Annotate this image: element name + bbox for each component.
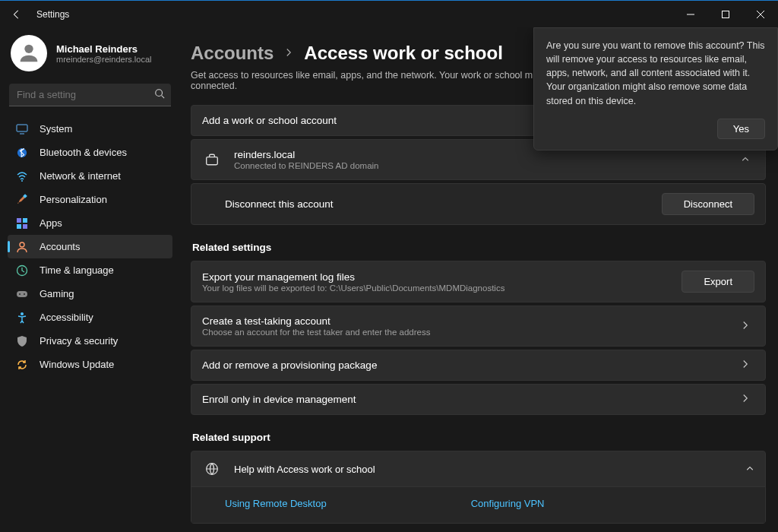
nav-label: Accounts	[40, 241, 80, 252]
accessibility-icon	[15, 311, 29, 325]
nav-label: Bluetooth & devices	[40, 147, 127, 158]
svg-rect-16	[17, 291, 27, 297]
profile-name: Michael Reinders	[56, 43, 152, 55]
search-input[interactable]	[9, 84, 171, 106]
apps-icon	[15, 217, 29, 230]
nav-label: Network & internet	[40, 170, 121, 182]
shield-icon	[15, 334, 29, 348]
chevron-up-icon	[745, 464, 754, 475]
nav-list: System Bluetooth & devices Network & int…	[8, 117, 172, 376]
related-support-heading: Related support	[192, 432, 766, 443]
update-icon	[15, 358, 29, 372]
close-button[interactable]	[743, 2, 778, 27]
nav-label: System	[40, 123, 72, 135]
disconnect-row: Disconnect this account Disconnect	[191, 183, 766, 225]
svg-point-2	[24, 45, 33, 53]
svg-rect-12	[17, 224, 21, 229]
svg-rect-11	[23, 218, 27, 223]
main-content: Accounts Access work or school Get acces…	[179, 27, 778, 532]
nav-apps[interactable]: Apps	[8, 211, 172, 235]
help-header[interactable]: Help with Access work or school	[191, 451, 765, 486]
provisioning-panel[interactable]: Add or remove a provisioning package	[191, 350, 766, 381]
nav-label: Personalization	[40, 194, 107, 205]
nav-label: Windows Update	[40, 359, 114, 370]
nav-accessibility[interactable]: Accessibility	[8, 306, 172, 329]
wifi-icon	[15, 169, 29, 183]
profile-block[interactable]: Michael Reinders mreinders@reinders.loca…	[8, 33, 172, 84]
chevron-right-icon	[741, 359, 754, 371]
test-account-sub: Choose an account for the test taker and…	[202, 328, 741, 337]
export-title: Export your management log files	[202, 271, 682, 283]
nav-privacy[interactable]: Privacy & security	[8, 329, 172, 353]
brush-icon	[15, 193, 29, 207]
svg-rect-1	[723, 11, 729, 17]
flyout-text: Are you sure you want to remove this acc…	[546, 39, 765, 108]
globe-icon	[202, 462, 222, 476]
avatar	[11, 35, 47, 71]
test-account-panel[interactable]: Create a test-taking account Choose an a…	[191, 306, 766, 347]
svg-point-8	[21, 180, 23, 182]
help-link-vpn[interactable]: Configuring VPN	[471, 498, 545, 509]
nav-accounts[interactable]: Accounts	[8, 235, 172, 258]
svg-rect-20	[207, 157, 218, 165]
chevron-up-icon	[741, 154, 754, 166]
chevron-right-icon	[741, 321, 754, 332]
test-account-title: Create a test-taking account	[202, 315, 741, 327]
enroll-title: Enroll only in device management	[202, 394, 741, 405]
nav-system[interactable]: System	[8, 117, 172, 141]
nav-gaming[interactable]: Gaming	[8, 282, 172, 306]
svg-rect-10	[17, 218, 21, 223]
system-icon	[15, 122, 29, 136]
nav-update[interactable]: Windows Update	[8, 353, 172, 376]
svg-point-18	[24, 293, 25, 295]
nav-time[interactable]: Time & language	[8, 258, 172, 282]
window-title: Settings	[36, 9, 69, 20]
svg-line-4	[162, 96, 165, 99]
svg-point-14	[20, 242, 24, 247]
svg-rect-13	[23, 224, 27, 229]
disconnect-button[interactable]: Disconnect	[662, 193, 754, 215]
disconnect-label: Disconnect this account	[225, 198, 662, 210]
titlebar: Settings	[0, 0, 778, 27]
svg-point-3	[156, 90, 163, 97]
search-box[interactable]	[9, 84, 171, 106]
chevron-right-icon	[284, 47, 293, 59]
nav-network[interactable]: Network & internet	[8, 164, 172, 188]
maximize-button[interactable]	[708, 2, 743, 27]
accounts-icon	[15, 240, 29, 254]
flyout-yes-button[interactable]: Yes	[717, 119, 765, 139]
provisioning-title: Add or remove a provisioning package	[202, 359, 741, 371]
minimize-button[interactable]	[673, 2, 708, 27]
svg-rect-5	[17, 125, 27, 131]
back-button[interactable]	[8, 5, 26, 24]
export-sub: Your log files will be exported to: C:\U…	[202, 283, 682, 293]
nav-label: Apps	[40, 217, 62, 229]
export-button[interactable]: Export	[682, 271, 754, 293]
svg-point-19	[21, 312, 24, 315]
breadcrumb-root[interactable]: Accounts	[191, 43, 274, 64]
bluetooth-icon	[15, 146, 29, 160]
connected-name: reinders.local	[234, 149, 741, 160]
nav-label: Privacy & security	[40, 335, 118, 347]
chevron-right-icon	[741, 394, 754, 405]
help-title: Help with Access work or school	[234, 464, 745, 475]
gaming-icon	[15, 287, 29, 301]
related-settings-heading: Related settings	[192, 242, 766, 253]
help-link-remote-desktop[interactable]: Using Remote Desktop	[225, 498, 327, 509]
sidebar: Michael Reinders mreinders@reinders.loca…	[0, 27, 179, 532]
nav-label: Accessibility	[40, 312, 93, 323]
nav-label: Time & language	[40, 264, 114, 276]
page-title: Access work or school	[304, 43, 502, 64]
clock-icon	[15, 264, 29, 277]
enroll-panel[interactable]: Enroll only in device management	[191, 384, 766, 415]
profile-email: mreinders@reinders.local	[56, 55, 152, 64]
nav-personalization[interactable]: Personalization	[8, 188, 172, 211]
help-panel: Help with Access work or school Using Re…	[191, 451, 766, 524]
connected-status: Connected to REINDERS AD domain	[234, 161, 741, 170]
search-icon	[154, 88, 165, 101]
briefcase-icon	[202, 153, 222, 166]
svg-point-17	[19, 293, 21, 295]
confirm-remove-flyout: Are you sure you want to remove this acc…	[533, 27, 778, 150]
nav-bluetooth[interactable]: Bluetooth & devices	[8, 141, 172, 164]
export-panel: Export your management log files Your lo…	[191, 261, 766, 302]
